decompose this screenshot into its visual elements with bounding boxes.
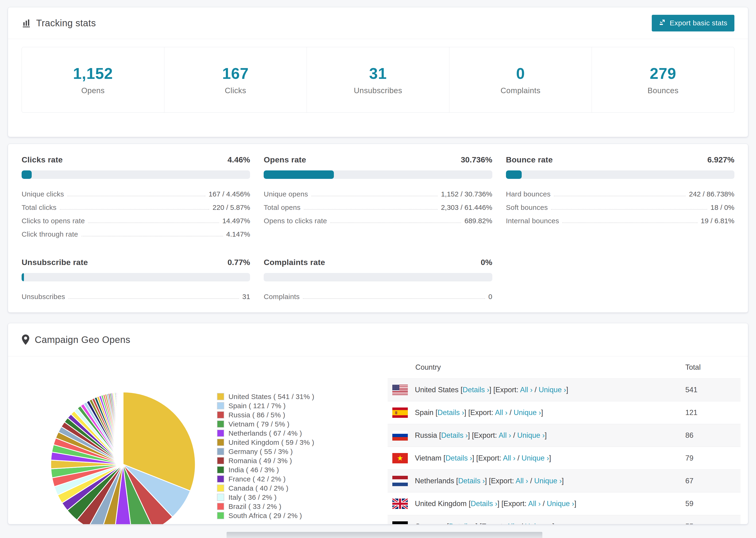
legend-swatch bbox=[217, 411, 224, 418]
rate-progress-fill bbox=[506, 170, 522, 179]
tracking-stats-title: Tracking stats bbox=[22, 18, 96, 28]
pie-slice bbox=[123, 392, 123, 464]
stat-value: 31 bbox=[369, 65, 387, 82]
legend-item-italy: Italy ( 36 / 2% ) bbox=[217, 493, 314, 502]
export-unique-link[interactable]: Unique › bbox=[513, 408, 541, 417]
export-all-link[interactable]: All › bbox=[499, 431, 511, 439]
total-cell: 541 bbox=[685, 386, 740, 394]
legend-swatch bbox=[217, 393, 224, 400]
legend-label: Russia ( 86 / 5% ) bbox=[229, 411, 285, 419]
rate-row-value: 2,303 / 61.446% bbox=[441, 203, 492, 211]
total-cell: 59 bbox=[685, 500, 740, 508]
legend-swatch bbox=[217, 457, 224, 464]
rate-row-label: Soft bounces bbox=[506, 203, 548, 211]
rates-card: Clicks rate4.46%Unique clicks167 / 4.456… bbox=[8, 144, 748, 313]
country-cell: United Kingdom [Details ›] [Export: All … bbox=[415, 500, 685, 508]
rate-row-value: 31 bbox=[242, 293, 250, 301]
rate-value: 6.927% bbox=[707, 155, 734, 164]
export-unique-link[interactable]: Unique › bbox=[547, 500, 574, 508]
details-link[interactable]: Details › bbox=[462, 386, 489, 394]
dotted-leader bbox=[88, 223, 219, 223]
details-link[interactable]: Details › bbox=[471, 500, 498, 508]
rate-row-label: Total opens bbox=[264, 203, 300, 211]
export-all-link[interactable]: All › bbox=[506, 522, 519, 524]
total-cell: 121 bbox=[685, 408, 740, 417]
legend-label: Canada ( 40 / 2% ) bbox=[229, 484, 288, 492]
geo-table-row-de: Germany [Details ›] [Export: All › / Uni… bbox=[388, 515, 740, 524]
details-link[interactable]: Details › bbox=[441, 431, 468, 439]
dotted-leader bbox=[81, 236, 223, 237]
legend-label: South Africa ( 29 / 2% ) bbox=[229, 512, 302, 520]
rate-value: 0.77% bbox=[228, 258, 250, 267]
details-link[interactable]: Details › bbox=[458, 477, 485, 485]
rate-row-label: Total clicks bbox=[22, 203, 57, 211]
export-basic-stats-button[interactable]: Export basic stats bbox=[652, 15, 734, 31]
flag-us bbox=[392, 385, 408, 395]
rate-row-label: Unique opens bbox=[264, 190, 308, 198]
rate-rows: Unique clicks167 / 4.456%Total clicks220… bbox=[22, 187, 250, 241]
summary-stat-complaints: 0Complaints bbox=[449, 47, 592, 112]
country-cell: Spain [Details ›] [Export: All › / Uniqu… bbox=[415, 408, 685, 417]
details-link[interactable]: Details › bbox=[438, 408, 464, 417]
legend-item-vietnam: Vietnam ( 79 / 5% ) bbox=[217, 419, 314, 429]
geo-table-row-gb: United Kingdom [Details ›] [Export: All … bbox=[388, 492, 740, 515]
rate-row-value: 14.497% bbox=[222, 217, 250, 225]
dotted-leader bbox=[67, 196, 205, 196]
tracking-stats-title-text: Tracking stats bbox=[36, 18, 96, 28]
legend-label: Romania ( 49 / 3% ) bbox=[229, 457, 292, 465]
geo-table-row-nl: Netherlands [Details ›] [Export: All › /… bbox=[388, 469, 740, 492]
rate-head: Bounce rate6.927% bbox=[506, 155, 734, 164]
rate-value: 4.46% bbox=[228, 155, 250, 164]
geo-title-text: Campaign Geo Opens bbox=[35, 335, 130, 345]
legend-item-canada: Canada ( 40 / 2% ) bbox=[217, 484, 314, 493]
rate-title: Clicks rate bbox=[22, 155, 63, 164]
tracking-stats-card: Tracking stats Export basic stats 1,152O… bbox=[8, 7, 748, 137]
rate-row: Hard bounces242 / 86.738% bbox=[506, 187, 734, 201]
country-cell: Russia [Details ›] [Export: All › / Uniq… bbox=[415, 431, 685, 440]
export-unique-link[interactable]: Unique › bbox=[534, 477, 562, 485]
rate-row: Clicks to opens rate14.497% bbox=[22, 214, 250, 228]
rate-group-bounce-rate: Bounce rate6.927%Hard bounces242 / 86.73… bbox=[506, 155, 734, 241]
flag-gb bbox=[392, 499, 408, 509]
details-link[interactable]: Details › bbox=[449, 522, 476, 524]
flag-de bbox=[392, 521, 408, 524]
export-unique-link[interactable]: Unique › bbox=[517, 431, 545, 439]
rate-row: Complaints0 bbox=[264, 290, 492, 303]
export-all-link[interactable]: All › bbox=[495, 408, 507, 417]
rate-progress-bar bbox=[264, 170, 492, 179]
export-unique-link[interactable]: Unique › bbox=[525, 522, 553, 524]
rate-rows: Complaints0 bbox=[264, 290, 492, 303]
export-all-link[interactable]: All › bbox=[520, 386, 532, 394]
rate-row-value: 0 bbox=[488, 293, 492, 301]
total-cell: 55 bbox=[685, 522, 740, 524]
flag-vn: ★ bbox=[392, 453, 408, 463]
dotted-leader bbox=[304, 209, 438, 210]
export-unique-link[interactable]: Unique › bbox=[521, 454, 549, 462]
legend-label: United States ( 541 / 31% ) bbox=[229, 393, 314, 401]
export-unique-link[interactable]: Unique › bbox=[539, 386, 566, 394]
rate-row: Unique clicks167 / 4.456% bbox=[22, 187, 250, 201]
legend-label: United Kingdom ( 59 / 3% ) bbox=[229, 439, 314, 447]
dotted-leader bbox=[311, 196, 438, 196]
rate-row-value: 220 / 5.87% bbox=[212, 203, 250, 211]
export-icon bbox=[659, 19, 666, 27]
legend-swatch bbox=[217, 475, 224, 483]
legend-label: Vietnam ( 79 / 5% ) bbox=[229, 420, 290, 428]
flag-es bbox=[392, 407, 408, 418]
rate-title: Complaints rate bbox=[264, 258, 325, 267]
rate-row-value: 1,152 / 30.736% bbox=[441, 190, 492, 198]
dotted-leader bbox=[554, 196, 685, 196]
stat-value: 279 bbox=[650, 65, 676, 82]
export-all-link[interactable]: All › bbox=[528, 500, 540, 508]
legend-label: Italy ( 36 / 2% ) bbox=[229, 493, 277, 501]
export-all-link[interactable]: All › bbox=[515, 477, 528, 485]
rate-head: Unsubscribe rate0.77% bbox=[22, 258, 250, 267]
details-link[interactable]: Details › bbox=[445, 454, 472, 462]
rate-row: Soft bounces18 / 0% bbox=[506, 201, 734, 214]
stat-label: Opens bbox=[81, 86, 105, 95]
rate-rows: Unique opens1,152 / 30.736%Total opens2,… bbox=[264, 187, 492, 228]
rate-row-value: 167 / 4.456% bbox=[209, 190, 250, 198]
dotted-leader bbox=[551, 209, 707, 210]
summary-stat-unsubscribes: 31Unsubscribes bbox=[307, 47, 449, 112]
export-all-link[interactable]: All › bbox=[503, 454, 515, 462]
